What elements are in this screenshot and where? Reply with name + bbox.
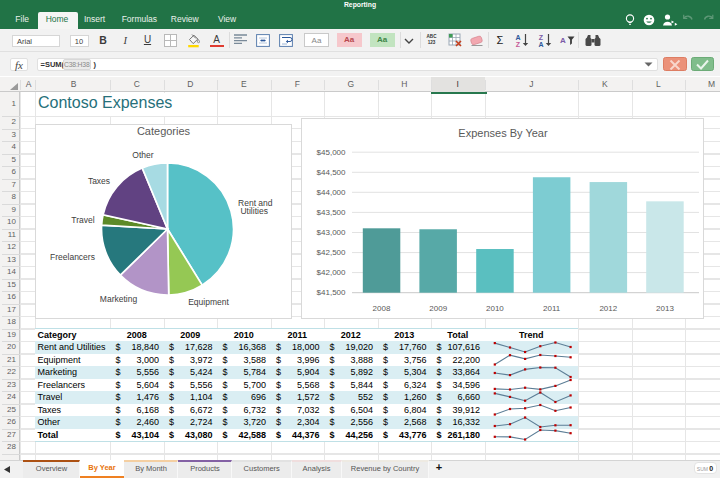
svg-text:Freelancers: Freelancers xyxy=(50,251,95,261)
svg-text:Travel: Travel xyxy=(71,214,94,224)
svg-text:2012: 2012 xyxy=(599,303,617,312)
svg-text:Equipment: Equipment xyxy=(188,296,229,306)
svg-text:$41,500: $41,500 xyxy=(317,288,346,297)
svg-text:$44,500: $44,500 xyxy=(317,168,346,177)
svg-text:Z: Z xyxy=(516,41,521,48)
svg-text:$44,000: $44,000 xyxy=(317,188,346,197)
svg-text:2008: 2008 xyxy=(373,303,391,312)
svg-text:Taxes: Taxes xyxy=(87,175,109,185)
svg-text:Expenses By Year: Expenses By Year xyxy=(458,127,548,139)
svg-text:$45,000: $45,000 xyxy=(317,147,346,156)
svg-text:Categories: Categories xyxy=(136,125,190,137)
svg-text:2011: 2011 xyxy=(543,303,561,312)
svg-text:2010: 2010 xyxy=(486,303,504,312)
svg-text:2009: 2009 xyxy=(429,303,447,312)
svg-text:$43,000: $43,000 xyxy=(317,228,346,237)
svg-text:Z: Z xyxy=(539,34,544,41)
svg-text:Utilities: Utilities xyxy=(240,206,267,216)
svg-text:$42,500: $42,500 xyxy=(317,248,346,257)
svg-text:A: A xyxy=(538,41,543,48)
svg-text:Marketing: Marketing xyxy=(99,294,137,304)
svg-text:2013: 2013 xyxy=(656,303,674,312)
svg-text:$43,500: $43,500 xyxy=(317,208,346,217)
svg-text:A: A xyxy=(560,36,566,45)
svg-text:$42,000: $42,000 xyxy=(317,268,346,277)
svg-text:Other: Other xyxy=(132,149,153,159)
svg-text:A: A xyxy=(515,34,520,41)
